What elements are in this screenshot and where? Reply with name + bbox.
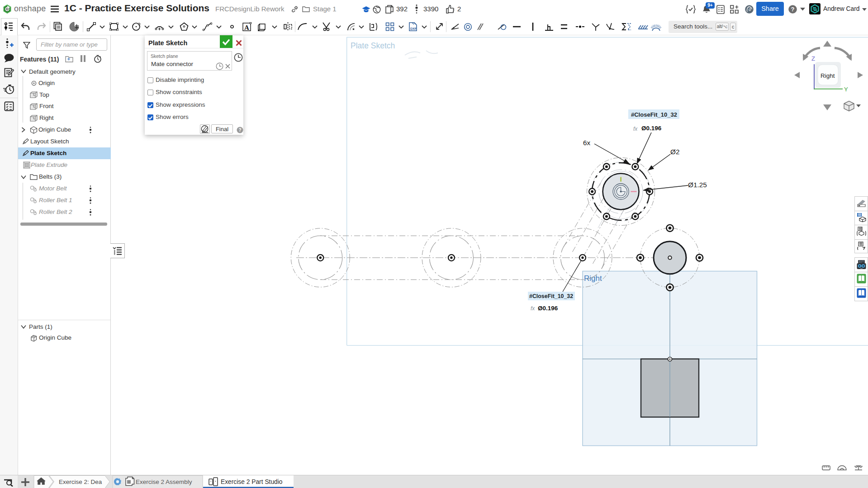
svg-text:d: d xyxy=(749,7,751,12)
svg-text:Right: Right xyxy=(584,274,602,283)
svg-text:Exercise 2 Part Studio: Exercise 2 Part Studio xyxy=(221,479,283,485)
svg-text:fx: fx xyxy=(531,305,535,312)
svg-text:#CloseFit_10_32: #CloseFit_10_32 xyxy=(631,111,677,118)
svg-text:Z: Z xyxy=(811,55,815,62)
svg-text:Right: Right xyxy=(821,72,835,79)
svg-text:Ø2: Ø2 xyxy=(670,148,679,156)
svg-text:Exercise 2 Assembly: Exercise 2 Assembly xyxy=(136,479,192,485)
svg-text:Ø0.196: Ø0.196 xyxy=(641,125,662,132)
svg-text:Ø0.196: Ø0.196 xyxy=(538,305,558,312)
svg-text:6x: 6x xyxy=(583,139,591,147)
svg-text:#CloseFit_10_32: #CloseFit_10_32 xyxy=(529,293,573,299)
svg-text:Exercise 2: Dea: Exercise 2: Dea xyxy=(59,479,102,485)
svg-text:fx: fx xyxy=(633,126,638,132)
svg-text:Plate Sketch: Plate Sketch xyxy=(351,41,395,50)
svg-text:?: ? xyxy=(239,128,242,133)
svg-text:?: ? xyxy=(791,6,795,13)
svg-text:Y: Y xyxy=(844,86,848,93)
svg-text:Ø1.25: Ø1.25 xyxy=(688,181,707,189)
